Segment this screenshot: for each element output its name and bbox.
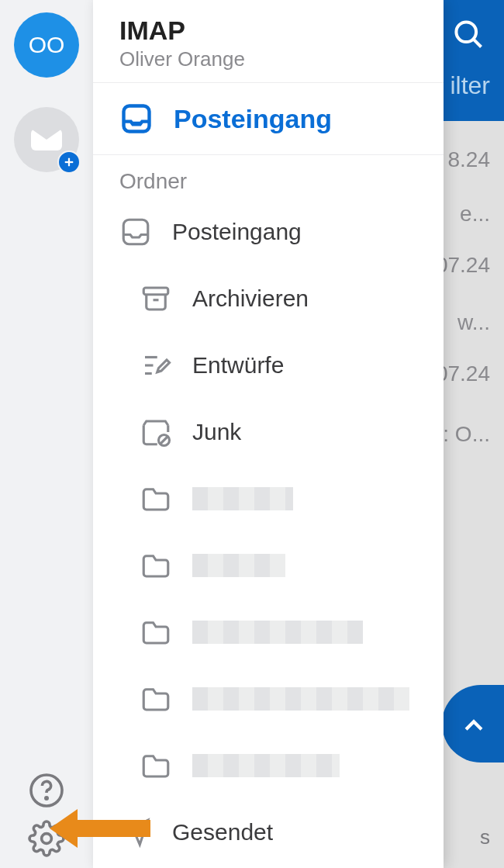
folder-label: Posteingang [172,219,302,245]
redacted-label [192,554,285,577]
bg-apps-fragment: s [480,825,490,849]
folder-label: Entwürfe [192,352,284,379]
redacted-label [192,487,293,510]
svg-point-6 [42,834,52,844]
folder-row-archivieren[interactable]: Archivieren [93,265,444,332]
bg-list-fragment: 07.24 [436,253,490,278]
folder-row-posteingang[interactable]: Posteingang [93,199,444,265]
inbox-primary-label: Posteingang [174,104,332,134]
svg-point-5 [46,797,47,799]
folder-row-redacted-6[interactable] [93,599,444,666]
svg-line-12 [161,437,168,444]
avatar-initials: OO [29,32,65,58]
svg-rect-7 [124,106,150,132]
drafts-icon [140,349,172,382]
inbox-icon [119,102,154,136]
folder-row-redacted-8[interactable] [93,732,444,799]
folder-row-entwürfe[interactable]: Entwürfe [93,332,444,399]
bg-list-fragment: 07.24 [436,361,490,386]
gear-icon[interactable] [28,820,65,857]
svg-rect-8 [123,220,148,244]
bg-list-fragment: e... [460,202,490,227]
folder-row-redacted-5[interactable] [93,532,444,599]
help-icon[interactable] [28,772,65,809]
folder-row-redacted-4[interactable] [93,465,444,532]
mail-icon [31,129,62,150]
folder-label: Gesendet [172,819,273,846]
avatar-primary-account[interactable]: OO [14,12,79,78]
folder-icon [140,683,172,715]
account-rail: OO [0,0,93,868]
account-name: Oliver Orange [119,47,423,71]
add-account-badge[interactable] [57,150,81,174]
sent-icon [119,816,152,849]
svg-line-1 [473,39,481,47]
redacted-label [192,754,340,777]
archive-icon [140,282,172,315]
folder-row-redacted-7[interactable] [93,666,444,732]
folder-icon [140,482,172,515]
folder-label: Junk [192,419,241,445]
svg-point-0 [456,22,476,42]
bg-list-fragment: w... [457,310,490,335]
folder-drawer: IMAP Oliver Orange Posteingang Ordner Po… [93,0,444,868]
inbox-primary-row[interactable]: Posteingang [93,83,444,155]
account-title: IMAP [119,16,423,46]
inbox-icon [119,216,152,248]
svg-rect-9 [143,288,168,295]
avatar-secondary-account[interactable] [14,107,79,172]
bg-list-fragment: 8.24 [448,147,491,172]
folder-row-junk[interactable]: Junk [93,399,444,465]
redacted-label [192,687,409,711]
folder-icon [140,549,172,582]
bg-list-fragment: : O... [443,422,490,447]
search-icon[interactable] [451,17,485,51]
folder-icon [140,749,172,782]
folders-section-label: Ordner [93,155,444,199]
folder-icon [140,616,172,648]
junk-icon [140,416,172,448]
folder-row-gesendet[interactable]: Gesendet [93,799,444,866]
redacted-label [192,621,363,644]
filter-label-fragment[interactable]: ilter [450,71,490,100]
folder-label: Archivieren [192,285,309,312]
drawer-header[interactable]: IMAP Oliver Orange [93,0,444,83]
